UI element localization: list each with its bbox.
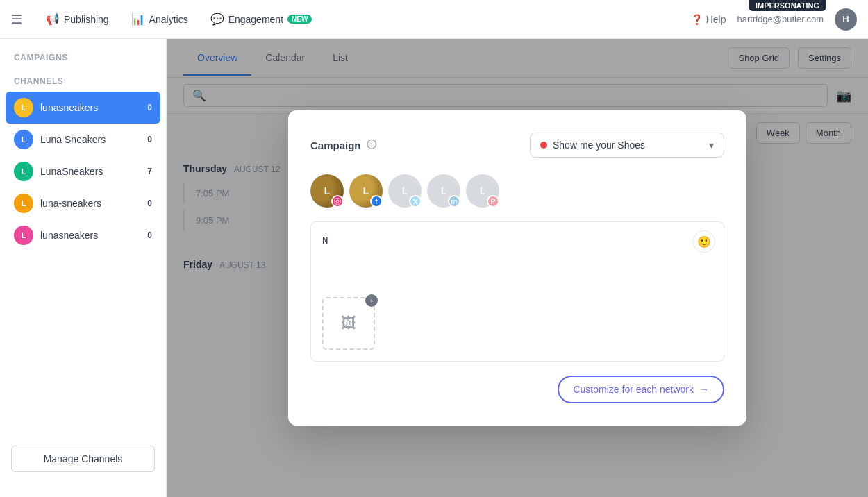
- new-badge: NEW: [287, 15, 312, 24]
- compose-modal: Campaign ⓘ Show me your Shoes ▾ L: [288, 110, 746, 426]
- menu-icon[interactable]: ☰: [11, 12, 22, 27]
- emoji-button[interactable]: 🙂: [693, 230, 715, 253]
- avatar[interactable]: H: [835, 8, 857, 31]
- compose-textarea[interactable]: N: [322, 233, 712, 289]
- sidebar-item-luna-sneakers-dash[interactable]: L luna-sneakers 0: [0, 187, 166, 219]
- social-facebook[interactable]: L f: [349, 174, 383, 208]
- help-label: Help: [706, 14, 726, 25]
- user-email: hartridge@butler.com: [737, 14, 824, 24]
- twitter-badge: 𝕏: [409, 195, 422, 208]
- pinterest-badge: P: [487, 195, 499, 208]
- media-row: 🖼 +: [322, 297, 712, 350]
- campaign-select[interactable]: Show me your Shoes ▾: [530, 133, 724, 158]
- customize-label: Customize for each network: [573, 384, 694, 395]
- sidebar-bottom: Manage Channels: [0, 435, 166, 483]
- help-icon: ❓: [691, 14, 703, 25]
- customize-arrow-icon: →: [699, 384, 709, 395]
- social-instagram[interactable]: L: [310, 174, 344, 208]
- channels-section: Channels: [0, 76, 166, 92]
- avatar-lunasneakers-2: L: [14, 162, 33, 181]
- social-icons-row: L L f L 𝕏: [310, 174, 724, 208]
- count-2: 0: [147, 135, 152, 144]
- publishing-label: Publishing: [64, 14, 109, 25]
- sidebar-label-3: LunaSneakers: [40, 166, 103, 177]
- modal-overlay[interactable]: Campaign ⓘ Show me your Shoes ▾ L: [167, 39, 868, 497]
- engagement-label: Engagement: [228, 14, 283, 25]
- campaign-name: Show me your Shoes: [553, 140, 645, 151]
- count-3: 7: [147, 167, 152, 176]
- nav-engagement[interactable]: 💬 Engagement NEW: [201, 7, 322, 31]
- sidebar-label-1: lunasneakers: [40, 102, 98, 113]
- analytics-label: Analytics: [149, 14, 188, 25]
- sidebar-item-lunasneakers-3[interactable]: L lunasneakers 0: [0, 219, 166, 251]
- svg-point-2: [339, 199, 340, 200]
- instagram-badge: [331, 195, 344, 208]
- engagement-icon: 💬: [210, 12, 224, 26]
- topnav-right: ❓ Help hartridge@butler.com H: [691, 8, 857, 31]
- sidebar-item-lunasneakers-2[interactable]: L LunaSneakers 7: [0, 155, 166, 187]
- svg-rect-0: [335, 199, 340, 204]
- analytics-icon: 📊: [131, 12, 145, 26]
- media-add-icon: +: [365, 294, 378, 307]
- count-4: 0: [147, 199, 152, 208]
- main-content: Overview Calendar List Shop Grid Setting…: [167, 39, 868, 497]
- count-1: 0: [147, 103, 152, 112]
- sidebar-item-luna-sneakers[interactable]: L Luna Sneakers 0: [0, 124, 166, 155]
- manage-channels-button[interactable]: Manage Channels: [11, 446, 155, 472]
- nav-items: 📢 Publishing 📊 Analytics 💬 Engagement NE…: [36, 7, 691, 31]
- sidebar: Campaigns Channels L lunasneakers 0 L Lu…: [0, 39, 167, 497]
- sidebar-label-4: luna-sneakers: [40, 198, 101, 209]
- layout: Campaigns Channels L lunasneakers 0 L Lu…: [0, 39, 868, 497]
- sidebar-label-5: lunasneakers: [40, 230, 98, 241]
- campaign-dot: [540, 142, 547, 149]
- facebook-badge: f: [370, 195, 383, 208]
- social-twitter[interactable]: L 𝕏: [388, 174, 422, 208]
- topnav: ☰ 📢 Publishing 📊 Analytics 💬 Engagement …: [0, 0, 868, 39]
- media-upload[interactable]: 🖼 +: [322, 297, 375, 350]
- campaigns-section: Campaigns: [0, 53, 166, 68]
- count-5: 0: [147, 230, 152, 240]
- dropdown-arrow-icon: ▾: [709, 140, 714, 151]
- social-pinterest[interactable]: L P: [466, 174, 499, 208]
- social-linkedin[interactable]: L in: [427, 174, 460, 208]
- svg-point-1: [336, 200, 339, 203]
- help-button[interactable]: ❓ Help: [691, 14, 726, 25]
- compose-area: N 🙂 🖼 +: [310, 221, 724, 362]
- impersonating-badge: IMPERSONATING: [749, 0, 826, 11]
- nav-publishing[interactable]: 📢 Publishing: [36, 7, 119, 31]
- avatar-luna-sneakers-dash: L: [14, 194, 33, 213]
- customize-button[interactable]: Customize for each network →: [558, 376, 724, 403]
- linkedin-badge: in: [448, 195, 460, 208]
- campaign-text: Campaign: [310, 140, 361, 151]
- modal-footer: Customize for each network →: [310, 376, 724, 403]
- campaign-info-icon[interactable]: ⓘ: [367, 139, 376, 151]
- avatar-lunasneakers-1: L: [14, 98, 33, 117]
- sidebar-label-2: Luna Sneakers: [40, 134, 106, 145]
- sidebar-item-lunasneakers-1[interactable]: L lunasneakers 0: [6, 92, 160, 124]
- avatar-lunasneakers-3: L: [14, 226, 33, 245]
- publishing-icon: 📢: [46, 12, 60, 26]
- campaign-label: Campaign ⓘ: [310, 139, 376, 151]
- nav-analytics[interactable]: 📊 Analytics: [122, 7, 198, 31]
- campaign-row: Campaign ⓘ Show me your Shoes ▾: [310, 133, 724, 158]
- avatar-luna-sneakers: L: [14, 130, 33, 149]
